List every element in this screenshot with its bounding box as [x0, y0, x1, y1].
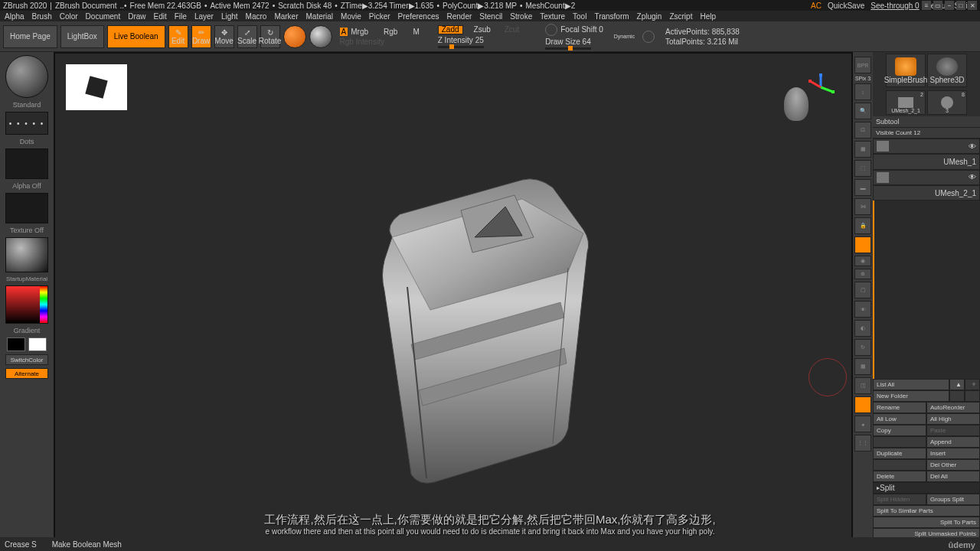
stroke-preview[interactable]: • • • • • [5, 112, 48, 135]
transp-icon[interactable]: ◫ [854, 377, 871, 394]
mesh-slot-2[interactable]: 83 [927, 90, 967, 115]
seethrough[interactable]: See-through 0 [871, 2, 919, 10]
zoom-icon[interactable]: 🔍 [854, 103, 871, 119]
viewport[interactable] [54, 52, 853, 551]
menu-stencil[interactable]: Stencil [479, 12, 502, 21]
alllow-button[interactable]: All Low [873, 413, 926, 425]
material-preview[interactable] [5, 237, 48, 272]
rename-button[interactable]: Rename [873, 402, 926, 413]
window-icon[interactable]: ▭ [933, 1, 942, 10]
brush-preview[interactable] [5, 55, 48, 98]
lightbox-button[interactable]: LightBox [60, 25, 104, 48]
menu-help[interactable]: Help [700, 12, 716, 21]
sphere-icon[interactable]: ● [854, 416, 871, 432]
groupssplit-button[interactable]: Groups Split [926, 494, 980, 505]
liveboolean-button[interactable]: Live Boolean [107, 25, 165, 48]
persp-icon[interactable]: ⬚ [854, 160, 871, 177]
delall-button[interactable]: Del All [926, 471, 980, 482]
maximize-icon[interactable]: □ [956, 1, 965, 10]
menu-edit[interactable]: Edit [154, 12, 167, 21]
solo-icon[interactable]: ◐ [854, 320, 871, 337]
simplebrush-tool[interactable]: SimpleBrush [886, 54, 926, 87]
scale-button[interactable]: ⤢Scale [237, 25, 257, 48]
localsym-icon[interactable]: ⋈ [854, 198, 871, 215]
menu-macro[interactable]: Macro [246, 12, 267, 21]
frame-icon[interactable]: ▢ [854, 282, 871, 298]
color-picker[interactable] [5, 285, 48, 324]
listall-button[interactable]: List All [873, 379, 949, 390]
sketch-sphere[interactable] [309, 25, 332, 48]
edit-button[interactable]: ✎Edit [168, 25, 188, 48]
splitparts-button[interactable]: Split To Parts [873, 517, 980, 528]
menu-movie[interactable]: Movie [341, 12, 361, 21]
scroll-icon[interactable]: ↕ [854, 83, 871, 100]
menu-zscript[interactable]: Zscript [669, 12, 692, 21]
subtool-header[interactable]: Subtool [873, 116, 980, 128]
alternate-button[interactable]: Alternate [5, 368, 48, 379]
camera-head-icon[interactable] [784, 87, 808, 121]
menu-picker[interactable]: Picker [369, 12, 390, 21]
close-icon[interactable]: ✕ [968, 1, 977, 10]
xpose-icon[interactable]: ◉ [854, 256, 871, 266]
subtool-label-1[interactable]: UMesh_1 [873, 154, 980, 169]
rotate-button[interactable]: ↻Rotate [260, 25, 280, 48]
zoom2-icon[interactable]: ⊕ [854, 269, 871, 279]
menu-stroke[interactable]: Stroke [510, 12, 532, 21]
quicksave[interactable]: QuickSave [828, 2, 864, 10]
xyz-icon[interactable] [854, 236, 871, 253]
down-button[interactable]: ▼ [965, 379, 980, 390]
zintensity-slider[interactable] [438, 46, 484, 48]
floor-icon[interactable]: ▬ [854, 179, 871, 196]
autoreorder-button[interactable]: AutoReorder [926, 402, 980, 413]
subtool-label-2[interactable]: UMesh_2_1 [873, 185, 980, 201]
swatch-white[interactable] [28, 337, 47, 351]
lock-icon[interactable]: 🔒 [854, 217, 871, 234]
menu-texture[interactable]: Texture [540, 12, 565, 21]
home-button[interactable]: Home Page [3, 25, 57, 48]
append-button[interactable]: Append [926, 436, 980, 448]
rotate-icon[interactable]: ↻ [854, 339, 871, 356]
paste-button[interactable]: Paste [926, 425, 980, 436]
menu-brush[interactable]: Brush [32, 12, 52, 21]
menu-light[interactable]: Light [221, 12, 238, 21]
up-button[interactable]: ▲ [949, 379, 965, 390]
subtool-row-2[interactable]: 👁 [873, 170, 980, 185]
split-section[interactable]: ▸ Split [873, 482, 980, 494]
sphere3d-tool[interactable]: Sphere3D [927, 54, 967, 87]
menu-marker[interactable]: Marker [274, 12, 298, 21]
bpr-icon[interactable]: BPR [854, 57, 871, 73]
menu-draw[interactable]: Draw [128, 12, 145, 21]
insert-button[interactable]: Insert [926, 448, 980, 459]
menu-icon[interactable]: ≡ [922, 1, 931, 10]
delother-button[interactable]: Del Other [926, 459, 980, 471]
newfolder-button[interactable]: New Folder [873, 390, 949, 402]
menu-transform[interactable]: Transform [594, 12, 629, 21]
aahalf-icon[interactable]: ▦ [854, 141, 871, 158]
mesh-slot-1[interactable]: 2UMesh_2_1 [886, 90, 926, 115]
menu-alpha[interactable]: Alpha [5, 12, 24, 21]
splithidden-button[interactable]: Split Hidden [873, 494, 926, 505]
menu-layer[interactable]: Layer [194, 12, 214, 21]
draw-button[interactable]: ✏Draw [191, 25, 211, 48]
splitsimilar-button[interactable]: Split To Similar Parts [873, 505, 980, 517]
switchcolor-button[interactable]: SwitchColor [5, 354, 48, 365]
material-sphere[interactable] [283, 25, 306, 48]
menu-material[interactable]: Material [306, 12, 334, 21]
polyf-icon[interactable]: ▦ [854, 358, 871, 375]
menu-preferences[interactable]: Preferences [398, 12, 439, 21]
dynamic-icon[interactable] [642, 31, 655, 43]
axis-gizmo[interactable] [807, 73, 835, 101]
copy-button[interactable]: Copy [873, 425, 926, 436]
texture-preview[interactable] [5, 193, 48, 223]
alpha-preview[interactable] [5, 148, 48, 179]
eye-icon[interactable]: 👁 [854, 301, 871, 318]
menu-file[interactable]: File [175, 12, 187, 21]
menu-document[interactable]: Document [86, 12, 121, 21]
menu-color[interactable]: Color [60, 12, 78, 21]
menu-render[interactable]: Render [447, 12, 472, 21]
allhigh-button[interactable]: All High [926, 413, 980, 425]
menu-tool[interactable]: Tool [573, 12, 586, 21]
grid-icon[interactable]: ⋮⋮ [854, 435, 871, 452]
move-button[interactable]: ✥Move [214, 25, 234, 48]
delete-button[interactable]: Delete [873, 471, 926, 482]
